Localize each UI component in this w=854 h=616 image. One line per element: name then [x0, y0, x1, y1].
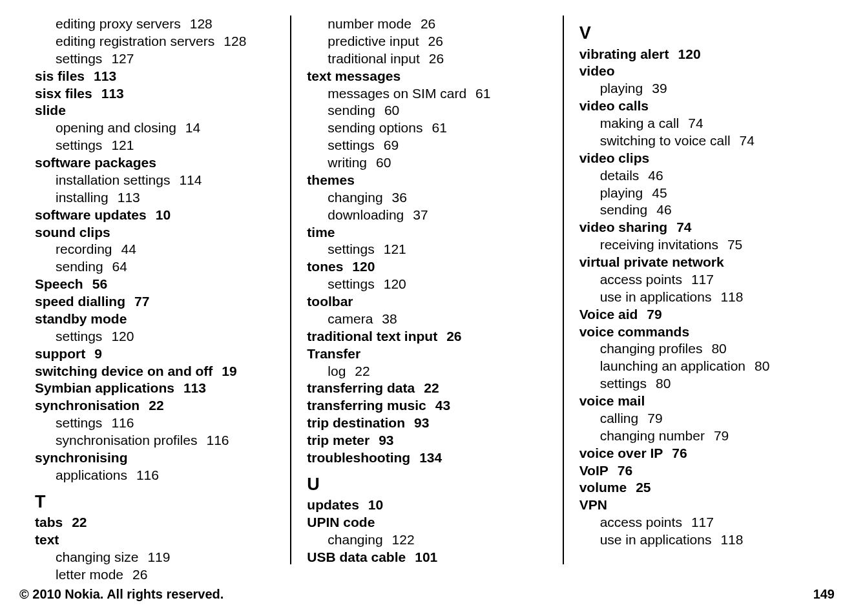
index-subentry[interactable]: settings120: [35, 328, 275, 345]
index-subentry[interactable]: changing122: [307, 531, 547, 549]
index-topic[interactable]: themes: [307, 172, 547, 189]
index-topic[interactable]: sis files113: [35, 68, 275, 85]
index-topic[interactable]: time: [307, 224, 547, 241]
index-topic[interactable]: text: [35, 531, 275, 549]
index-subentry[interactable]: settings69: [307, 137, 547, 154]
index-topic[interactable]: voice mail: [579, 393, 819, 410]
index-topic[interactable]: volume25: [579, 479, 819, 497]
index-subentry[interactable]: details46: [579, 167, 819, 185]
index-subentry[interactable]: settings120: [307, 276, 547, 293]
index-topic[interactable]: USB data cable101: [307, 549, 547, 566]
index-subentry[interactable]: camera38: [307, 311, 547, 328]
index-subentry[interactable]: traditional input26: [307, 50, 547, 68]
index-topic[interactable]: updates10: [307, 497, 547, 514]
index-subentry[interactable]: number mode26: [307, 15, 547, 33]
index-topic[interactable]: synchronisation22: [35, 397, 275, 415]
index-subentry[interactable]: installation settings114: [35, 172, 275, 189]
index-subentry[interactable]: making a call74: [579, 115, 819, 132]
index-topic[interactable]: trip destination93: [307, 415, 547, 432]
index-topic[interactable]: slide: [35, 102, 275, 119]
index-subentry[interactable]: settings116: [35, 415, 275, 432]
index-subentry[interactable]: playing39: [579, 80, 819, 98]
index-page-ref: 19: [222, 363, 236, 380]
index-subentry[interactable]: switching to voice call74: [579, 132, 819, 150]
index-subentry[interactable]: changing size119: [35, 549, 275, 566]
index-topic[interactable]: software updates10: [35, 207, 275, 224]
index-subentry[interactable]: writing60: [307, 154, 547, 172]
index-topic[interactable]: software packages: [35, 154, 275, 172]
index-topic[interactable]: virtual private network: [579, 254, 819, 271]
index-topic[interactable]: support9: [35, 345, 275, 363]
index-page-ref: 45: [652, 185, 667, 202]
index-subentry-label: recording: [56, 241, 112, 256]
index-topic[interactable]: transferring music43: [307, 397, 547, 415]
index-subentry[interactable]: receiving invitations75: [579, 236, 819, 254]
index-topic[interactable]: Voice aid79: [579, 306, 819, 323]
index-topic-label: sound clips: [35, 225, 110, 240]
index-topic[interactable]: switching device on and off19: [35, 363, 275, 380]
index-topic[interactable]: voice commands: [579, 323, 819, 341]
index-topic[interactable]: text messages: [307, 68, 547, 85]
index-subentry[interactable]: settings127: [35, 50, 275, 68]
index-subentry[interactable]: letter mode26: [35, 566, 275, 584]
index-subentry[interactable]: use in applications118: [579, 531, 819, 549]
index-topic[interactable]: synchronising: [35, 449, 275, 467]
index-subentry[interactable]: access points117: [579, 271, 819, 289]
index-page-ref: 46: [656, 201, 671, 219]
index-subentry[interactable]: settings80: [579, 375, 819, 393]
index-topic[interactable]: traditional text input26: [307, 328, 547, 345]
index-topic-label: trip destination: [307, 415, 405, 430]
index-subentry[interactable]: recording44: [35, 241, 275, 258]
index-subentry[interactable]: log22: [307, 363, 547, 380]
index-subentry[interactable]: opening and closing14: [35, 119, 275, 137]
index-topic[interactable]: trip meter93: [307, 432, 547, 449]
index-subentry[interactable]: editing proxy servers128: [35, 15, 275, 33]
index-page-ref: 79: [647, 306, 661, 323]
index-topic[interactable]: sound clips: [35, 224, 275, 241]
index-subentry[interactable]: changing36: [307, 189, 547, 207]
index-topic[interactable]: video calls: [579, 98, 819, 115]
index-page-ref: 14: [185, 119, 200, 137]
index-topic[interactable]: standby mode: [35, 311, 275, 328]
index-topic[interactable]: Symbian applications113: [35, 380, 275, 397]
index-subentry[interactable]: calling79: [579, 410, 819, 427]
index-topic[interactable]: video clips: [579, 150, 819, 167]
index-topic[interactable]: transferring data22: [307, 380, 547, 397]
index-topic[interactable]: VPN: [579, 497, 819, 514]
index-topic[interactable]: tabs22: [35, 514, 275, 531]
index-subentry[interactable]: sending64: [35, 258, 275, 276]
index-topic[interactable]: Speech56: [35, 276, 275, 293]
index-subentry[interactable]: editing registration servers128: [35, 33, 275, 50]
index-subentry[interactable]: installing113: [35, 189, 275, 207]
index-subentry[interactable]: changing profiles80: [579, 340, 819, 358]
index-subentry[interactable]: sending46: [579, 201, 819, 219]
index-subentry[interactable]: predictive input26: [307, 33, 547, 50]
index-subentry[interactable]: use in applications118: [579, 289, 819, 306]
index-subentry[interactable]: messages on SIM card61: [307, 85, 547, 103]
index-subentry[interactable]: settings121: [35, 137, 275, 154]
index-subentry[interactable]: sending options61: [307, 119, 547, 137]
index-topic[interactable]: tones120: [307, 258, 547, 276]
index-subentry[interactable]: sending60: [307, 102, 547, 119]
index-subentry[interactable]: downloading37: [307, 207, 547, 224]
index-subentry[interactable]: changing number79: [579, 427, 819, 445]
index-subentry-label: letter mode: [56, 567, 123, 582]
index-subentry[interactable]: settings121: [307, 241, 547, 258]
index-subentry-label: settings: [56, 51, 102, 66]
index-topic[interactable]: video sharing74: [579, 219, 819, 236]
index-topic[interactable]: troubleshooting134: [307, 449, 547, 467]
index-subentry[interactable]: synchronisation profiles116: [35, 432, 275, 449]
index-subentry[interactable]: playing45: [579, 185, 819, 202]
index-topic[interactable]: UPIN code: [307, 514, 547, 531]
index-topic[interactable]: voice over IP76: [579, 445, 819, 462]
index-topic[interactable]: video: [579, 63, 819, 80]
index-subentry[interactable]: applications116: [35, 467, 275, 484]
index-subentry[interactable]: access points117: [579, 514, 819, 531]
index-topic[interactable]: speed dialling77: [35, 293, 275, 311]
index-topic[interactable]: vibrating alert120: [579, 46, 819, 63]
index-topic[interactable]: sisx files113: [35, 85, 275, 103]
index-topic[interactable]: VoIP76: [579, 462, 819, 480]
index-topic[interactable]: toolbar: [307, 293, 547, 311]
index-subentry[interactable]: launching an application80: [579, 358, 819, 375]
index-topic[interactable]: Transfer: [307, 345, 547, 363]
